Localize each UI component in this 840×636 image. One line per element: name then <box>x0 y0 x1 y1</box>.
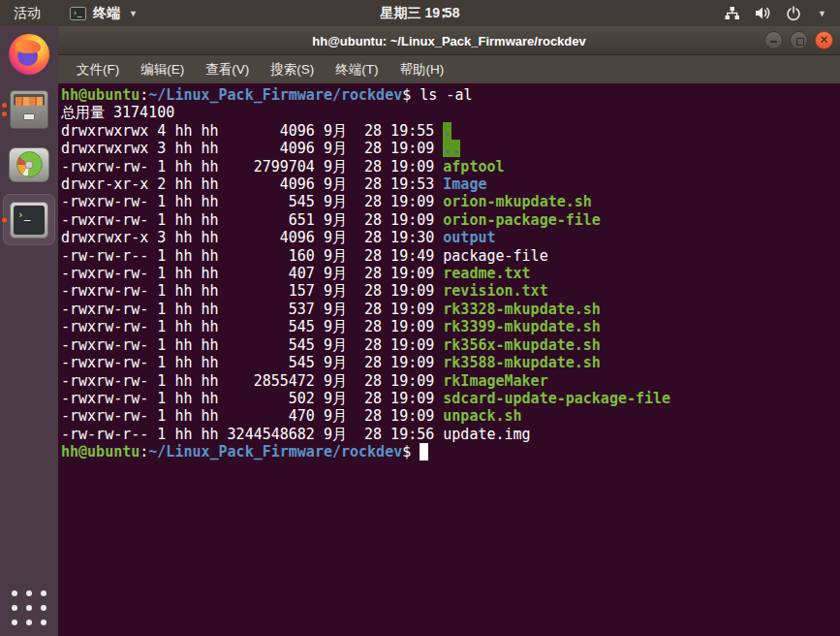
terminal-screen[interactable]: hh@ubuntu:~/Linux_Pack_Firmware/rockdev$… <box>58 83 840 636</box>
system-status-area[interactable]: ▼ <box>724 6 840 21</box>
menu-item[interactable]: 编辑(E) <box>130 56 195 83</box>
menu-item[interactable]: 文件(F) <box>66 56 130 83</box>
dock: ›_ <box>0 26 58 636</box>
menu-item[interactable]: 帮助(H) <box>389 56 455 83</box>
terminal-text-segment: unpack.sh <box>443 407 521 425</box>
terminal-text-segment: -rwxrw-rw- 1 hh hh 545 9月 28 19:09 <box>61 193 443 210</box>
terminal-text-segment: : <box>140 443 148 461</box>
terminal-text-segment: : <box>140 86 148 104</box>
dock-item-terminal[interactable]: ›_ <box>0 192 58 247</box>
chevron-down-icon: ▼ <box>818 9 826 18</box>
clock[interactable]: 星期三 19∶58 <box>381 5 460 22</box>
app-menu-button[interactable]: ›_ 终端 ▼ <box>70 5 138 22</box>
terminal-text-segment: readme.txt <box>443 265 530 282</box>
menu-item[interactable]: 搜索(S) <box>260 56 325 83</box>
terminal-text-segment: -rwxrw-rw- 1 hh hh 545 9月 28 19:09 <box>61 354 443 371</box>
terminal-text-segment: -rwxrw-rw- 1 hh hh 537 9月 28 19:09 <box>61 301 443 318</box>
terminal-line: drwxrwxr-x 3 hh hh 4096 9月 28 19:30 outp… <box>61 229 840 246</box>
terminal-text-segment: revision.txt <box>443 282 547 300</box>
app-menu-label: 终端 <box>93 5 120 22</box>
terminal-text-segment: drwxrwxrwx 3 hh hh 4096 9月 28 19:09 <box>61 140 443 157</box>
terminal-text-segment: sdcard-update-package-file <box>443 390 670 407</box>
window-title: hh@ubuntu: ~/Linux_Pack_Firmware/rockdev <box>58 26 840 55</box>
show-applications-button[interactable] <box>11 589 47 626</box>
terminal-text-segment: package-file <box>443 247 547 265</box>
terminal-line: -rwxrw-rw- 1 hh hh 651 9月 28 19:09 orion… <box>61 211 840 229</box>
terminal-text-segment: -rwxrw-rw- 1 hh hh 545 9月 28 19:09 <box>61 318 443 335</box>
terminal-text-segment: drwxr-xr-x 2 hh hh 4096 9月 28 19:53 <box>61 175 443 193</box>
terminal-text-segment: -rwxrw-rw- 1 hh hh 2855472 9月 28 19:09 <box>61 372 443 390</box>
terminal-text-segment: .. <box>443 140 460 157</box>
terminal-line: -rwxrw-rw- 1 hh hh 470 9月 28 19:09 unpac… <box>61 407 840 425</box>
disk-usage-icon <box>9 147 49 182</box>
top-bar: 活动 ›_ 终端 ▼ 星期三 19∶58 ▼ <box>0 0 840 26</box>
dock-item-files[interactable] <box>0 81 58 137</box>
terminal-line: -rwxrw-rw- 1 hh hh 545 9月 28 19:09 rk358… <box>61 354 840 371</box>
terminal-line: -rwxrw-rw- 1 hh hh 537 9月 28 19:09 rk332… <box>61 301 840 318</box>
terminal-text-segment: -rwxrw-rw- 1 hh hh 502 9月 28 19:09 <box>61 390 443 407</box>
terminal-line: -rw-rw-r-- 1 hh hh 3244548682 9月 28 19:5… <box>61 426 840 443</box>
terminal-text-segment: orion-package-file <box>443 211 601 229</box>
terminal-line: -rw-rw-r-- 1 hh hh 160 9月 28 19:49 packa… <box>61 247 840 265</box>
terminal-text-segment: -rw-rw-r-- 1 hh hh 3244548682 9月 28 19:5… <box>61 426 443 443</box>
terminal-line: -rwxrw-rw- 1 hh hh 407 9月 28 19:09 readm… <box>61 265 840 282</box>
maximize-button[interactable] <box>790 31 808 49</box>
network-wired-icon <box>724 6 740 20</box>
terminal-line: 总用量 3174100 <box>61 104 840 121</box>
terminal-text-segment: -rwxrw-rw- 1 hh hh 470 9月 28 19:09 <box>61 407 443 425</box>
minimize-button[interactable] <box>764 31 783 49</box>
terminal-text-segment: $ ls -al <box>402 86 472 104</box>
running-indicator-dots <box>2 103 7 116</box>
running-indicator-dots <box>2 217 7 222</box>
menu-item[interactable]: 查看(V) <box>195 56 260 83</box>
terminal-app-icon: ›_ <box>70 7 86 20</box>
title-bar[interactable]: hh@ubuntu: ~/Linux_Pack_Firmware/rockdev… <box>58 26 840 55</box>
terminal-text-segment: -rwxrw-rw- 1 hh hh 2799704 9月 28 19:09 <box>61 158 443 175</box>
terminal-text-segment: -rwxrw-rw- 1 hh hh 157 9月 28 19:09 <box>61 282 443 300</box>
terminal-text-segment: rk356x-mkupdate.sh <box>443 336 601 354</box>
terminal-text-segment: -rwxrw-rw- 1 hh hh 651 9月 28 19:09 <box>61 211 443 229</box>
terminal-line: -rwxrw-rw- 1 hh hh 2855472 9月 28 19:09 r… <box>61 372 840 390</box>
power-icon <box>786 6 801 21</box>
terminal-icon: ›_ <box>10 202 48 238</box>
terminal-line: drwxrwxrwx 4 hh hh 4096 9月 28 19:55 . <box>61 122 840 140</box>
dock-item-firefox[interactable] <box>0 26 58 81</box>
terminal-output: hh@ubuntu:~/Linux_Pack_Firmware/rockdev$… <box>61 86 840 461</box>
terminal-text-segment: hh@ubuntu <box>61 443 140 461</box>
firefox-icon <box>9 34 49 75</box>
terminal-text-segment: -rwxrw-rw- 1 hh hh 407 9月 28 19:09 <box>61 265 443 282</box>
menu-bar: 文件(F)编辑(E)查看(V)搜索(S)终端(T)帮助(H) <box>58 55 840 83</box>
terminal-text-segment: rk3328-mkupdate.sh <box>443 301 601 318</box>
terminal-text-segment: Image <box>443 175 486 193</box>
volume-icon <box>755 6 771 20</box>
terminal-text-segment: ~/Linux_Pack_Firmware/rockdev <box>148 443 402 461</box>
terminal-line: -rwxrw-rw- 1 hh hh 545 9月 28 19:09 rk356… <box>61 336 840 354</box>
terminal-window: hh@ubuntu: ~/Linux_Pack_Firmware/rockdev… <box>58 26 840 636</box>
terminal-text-segment: . <box>443 122 451 140</box>
terminal-line: -rwxrw-rw- 1 hh hh 545 9月 28 19:09 orion… <box>61 193 840 210</box>
terminal-line: hh@ubuntu:~/Linux_Pack_Firmware/rockdev$ <box>61 443 840 461</box>
terminal-text-segment: rk3588-mkupdate.sh <box>443 354 601 371</box>
terminal-line: -rwxrw-rw- 1 hh hh 545 9月 28 19:09 rk339… <box>61 318 840 335</box>
terminal-text-segment: -rwxrw-rw- 1 hh hh 545 9月 28 19:09 <box>61 336 443 354</box>
terminal-line: drwxr-xr-x 2 hh hh 4096 9月 28 19:53 Imag… <box>61 175 840 193</box>
close-button[interactable]: ✕ <box>815 31 833 49</box>
activities-button[interactable]: 活动 <box>0 0 54 26</box>
chevron-down-icon: ▼ <box>129 9 138 18</box>
terminal-line: -rwxrw-rw- 1 hh hh 502 9月 28 19:09 sdcar… <box>61 390 840 407</box>
terminal-text-segment: rk3399-mkupdate.sh <box>443 318 601 335</box>
terminal-text-segment: output <box>443 229 495 246</box>
terminal-cursor <box>420 443 428 461</box>
files-icon <box>10 90 48 129</box>
menu-item[interactable]: 终端(T) <box>325 56 389 83</box>
terminal-text-segment: ~/Linux_Pack_Firmware/rockdev <box>148 86 402 104</box>
dock-item-disk-usage[interactable] <box>0 137 58 192</box>
terminal-line: -rwxrw-rw- 1 hh hh 2799704 9月 28 19:09 a… <box>61 158 840 175</box>
terminal-text-segment: orion-mkupdate.sh <box>443 193 592 210</box>
terminal-text-segment: drwxrwxr-x 3 hh hh 4096 9月 28 19:30 <box>61 229 443 246</box>
terminal-text-segment: 总用量 3174100 <box>61 104 174 121</box>
terminal-line: -rwxrw-rw- 1 hh hh 157 9月 28 19:09 revis… <box>61 282 840 300</box>
terminal-text-segment: afptool <box>443 158 504 175</box>
window-controls: ✕ <box>764 31 833 49</box>
terminal-text-segment: drwxrwxrwx 4 hh hh 4096 9月 28 19:55 <box>61 122 443 140</box>
